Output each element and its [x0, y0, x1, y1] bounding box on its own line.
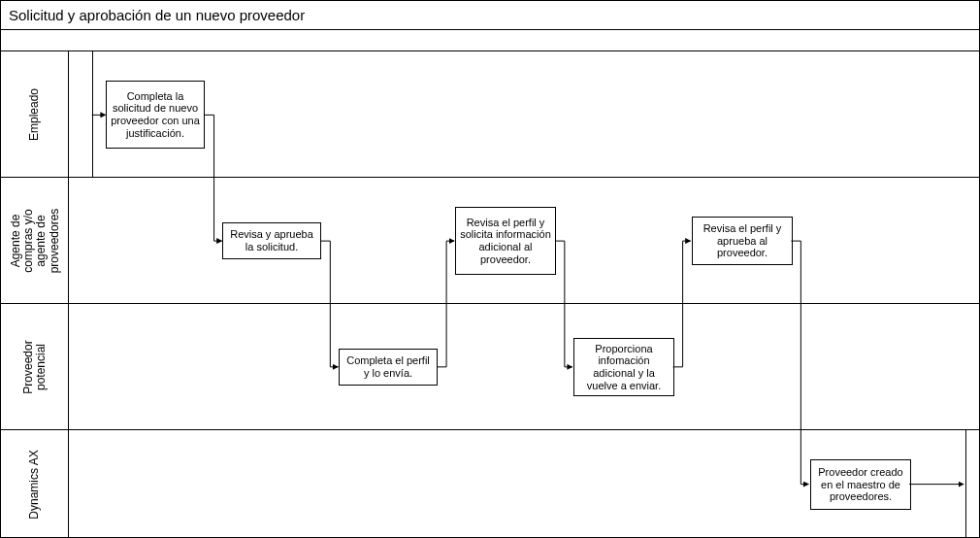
swimlane-diagram: Solicitud y aprobación de un nuevo prove… — [0, 0, 980, 538]
task-proveedor-creado: Proveedor creado en el maestro de provee… — [810, 459, 911, 510]
lane-proveedor: Proveedorpotencial — [1, 304, 979, 430]
lane-body-proveedor — [69, 304, 979, 429]
pool-divider — [965, 430, 966, 538]
spacer-row — [1, 30, 979, 51]
lane-label-col: Dynamics AX — [1, 430, 69, 538]
lane-label-proveedor: Proveedorpotencial — [21, 314, 47, 420]
task-revisa-aprueba-solicitud: Revisa y aprueba la solicitud. — [222, 222, 321, 259]
task-completa-perfil: Completa el perfil y lo envía. — [339, 349, 438, 386]
lane-label-col: Proveedorpotencial — [1, 304, 69, 429]
lane-label-dynamics: Dynamics AX — [28, 450, 41, 519]
lane-label-col: Agente decompras y/oagente deproveedores — [1, 178, 69, 303]
task-completa-solicitud: Completa la solicitud de nuevo proveedor… — [106, 81, 205, 149]
lane-label-col: Empleado — [1, 51, 69, 177]
diagram-title: Solicitud y aprobación de un nuevo prove… — [1, 1, 979, 30]
lanes-container: Empleado Agente decompras y/oagente depr… — [1, 51, 979, 538]
task-revisa-aprueba-proveedor: Revisa el perfil y aprueba al proveedor. — [692, 217, 793, 265]
lane-label-agente: Agente decompras y/oagente deproveedores — [9, 187, 60, 294]
lane-label-empleado: Empleado — [28, 87, 41, 140]
task-revisa-solicita-info: Revisa el perfil y solicita información … — [455, 207, 556, 275]
task-proporciona-info: Proporciona infomación adicional y la vu… — [573, 338, 674, 396]
pool-divider — [92, 51, 93, 177]
lane-body-empleado — [69, 51, 979, 177]
